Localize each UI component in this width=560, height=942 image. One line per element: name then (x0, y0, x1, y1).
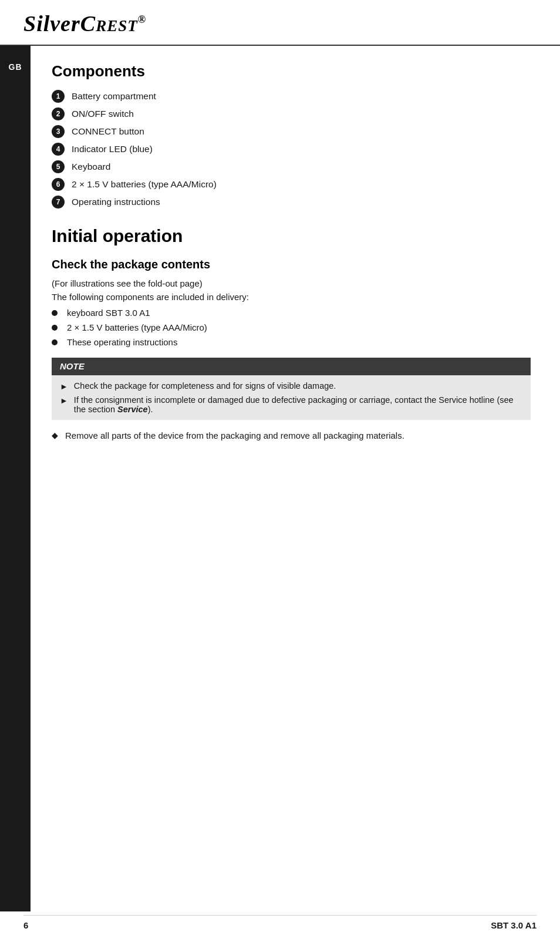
arrow-icon: ► (60, 396, 68, 405)
note-content: ► Check the package for completeness and… (52, 375, 531, 420)
item-text-2: ON/OFF switch (72, 109, 134, 119)
item-number-5: 5 (52, 160, 65, 173)
delivery-item-3: These operating instructions (67, 337, 531, 347)
item-number-2: 2 (52, 107, 65, 120)
list-item: keyboard SBT 3.0 A1 (52, 308, 531, 318)
delivery-text: The following components are included in… (52, 292, 531, 302)
item-text-4: Indicator LED (blue) (72, 144, 153, 154)
delivery-item-1: keyboard SBT 3.0 A1 (67, 308, 531, 318)
brand-logo: SilverCrest® (23, 11, 146, 36)
page-number: 6 (23, 920, 28, 930)
item-text-5: Keyboard (72, 162, 110, 172)
item-number-3: 3 (52, 125, 65, 138)
list-item: 2 ON/OFF switch (52, 107, 531, 120)
service-bold: Service (117, 405, 148, 414)
note-item-1: ► Check the package for completeness and… (60, 381, 522, 391)
item-number-7: 7 (52, 196, 65, 208)
page-header: SilverCrest® (0, 0, 560, 46)
content-wrapper: GB Components 1 Battery compartment 2 ON… (0, 46, 560, 911)
note-text-2: If the consignment is incomplete or dama… (74, 395, 522, 414)
bullet-icon (52, 310, 58, 316)
model-number: SBT 3.0 A1 (491, 920, 537, 930)
note-header: NOTE (52, 358, 531, 375)
components-title: Components (52, 62, 531, 80)
item-number-1: 1 (52, 90, 65, 103)
diamond-text: Remove all parts of the device from the … (65, 429, 531, 443)
intro-text: (For illustrations see the fold-out page… (52, 278, 531, 288)
main-content: Components 1 Battery compartment 2 ON/OF… (31, 46, 560, 911)
delivery-list: keyboard SBT 3.0 A1 2 × 1.5 V batteries … (52, 308, 531, 347)
item-text-3: CONNECT button (72, 126, 144, 137)
list-item: 2 × 1.5 V batteries (type AAA/Micro) (52, 322, 531, 332)
note-header-text: NOTE (60, 361, 85, 371)
note-box: NOTE ► Check the package for completenes… (52, 358, 531, 420)
initial-operation-title: Initial operation (52, 226, 531, 246)
list-item: 7 Operating instructions (52, 196, 531, 208)
note-text-1: Check the package for completeness and f… (74, 381, 336, 391)
language-sidebar: GB (0, 46, 31, 911)
registered-symbol: ® (138, 14, 146, 25)
diamond-item: ◆ Remove all parts of the device from th… (52, 429, 531, 443)
delivery-item-2: 2 × 1.5 V batteries (type AAA/Micro) (67, 322, 531, 332)
list-item: 1 Battery compartment (52, 90, 531, 103)
arrow-icon: ► (60, 382, 68, 391)
item-text-7: Operating instructions (72, 197, 160, 207)
components-list: 1 Battery compartment 2 ON/OFF switch 3 … (52, 90, 531, 208)
list-item: 3 CONNECT button (52, 125, 531, 138)
item-text-6: 2 × 1.5 V batteries (type AAA/Micro) (72, 179, 217, 190)
list-item: 5 Keyboard (52, 160, 531, 173)
note-item-2: ► If the consignment is incomplete or da… (60, 395, 522, 414)
language-label: GB (9, 62, 22, 72)
list-item: These operating instructions (52, 337, 531, 347)
check-package-subtitle: Check the package contents (52, 258, 531, 271)
item-text-1: Battery compartment (72, 91, 156, 102)
item-number-4: 4 (52, 143, 65, 156)
brand-text: SilverCrest (23, 11, 138, 36)
bullet-icon (52, 325, 58, 331)
item-number-6: 6 (52, 178, 65, 191)
list-item: 6 2 × 1.5 V batteries (type AAA/Micro) (52, 178, 531, 191)
diamond-icon: ◆ (52, 430, 58, 440)
list-item: 4 Indicator LED (blue) (52, 143, 531, 156)
bullet-icon (52, 339, 58, 345)
page-footer: 6 SBT 3.0 A1 (23, 915, 537, 930)
